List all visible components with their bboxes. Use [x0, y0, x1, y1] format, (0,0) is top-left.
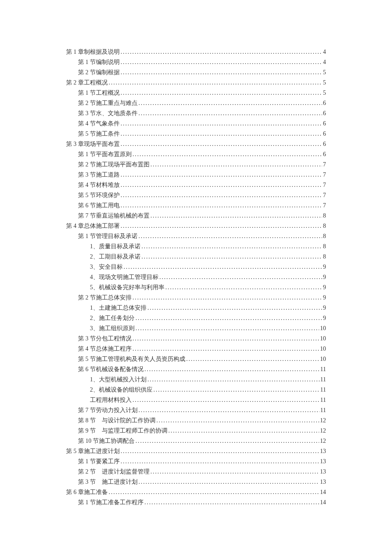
- toc-entry[interactable]: 第 10 节施工协调配合12: [66, 436, 326, 446]
- toc-entry-leader: [150, 467, 319, 477]
- toc-entry-page: 8: [323, 252, 326, 262]
- toc-entry[interactable]: 第 3 节分包工程情况10: [66, 334, 326, 344]
- toc-entry-label: 第 2 节 进度计划监督管理: [78, 467, 150, 477]
- toc-entry-page: 13: [320, 467, 326, 477]
- toc-entry-leader: [121, 170, 322, 180]
- toc-entry[interactable]: 第 2 节施工重点与难点6: [66, 98, 326, 108]
- toc-entry-page: 4: [323, 47, 326, 57]
- toc-entry[interactable]: 第 2 节 进度计划监督管理13: [66, 467, 326, 477]
- toc-entry[interactable]: 第 1 节施工准备工作程序14: [66, 497, 326, 508]
- toc-entry-leader: [186, 354, 319, 364]
- toc-entry-leader: [121, 88, 322, 98]
- toc-entry-page: 9: [323, 272, 326, 282]
- toc-entry[interactable]: 第 4 节材料堆放7: [66, 180, 326, 190]
- toc-entry-leader: [144, 497, 319, 508]
- toc-entry-page: 9: [323, 282, 326, 293]
- toc-entry-page: 12: [320, 436, 326, 446]
- toc-entry-page: 8: [323, 211, 326, 221]
- toc-entry-page: 5: [323, 78, 326, 88]
- toc-entry[interactable]: 第 1 节管理目标及承诺8: [66, 231, 326, 241]
- toc-entry[interactable]: 第 5 节施工条件6: [66, 129, 326, 139]
- toc-entry-label: 第 2 节施工重点与难点: [78, 98, 138, 108]
- toc-entry-page: 12: [320, 426, 326, 436]
- toc-entry-label: 第 1 节要紧工序: [78, 456, 120, 467]
- toc-entry-label: 第 10 节施工协调配合: [78, 436, 135, 446]
- toc-entry-page: 6: [323, 149, 326, 160]
- toc-entry[interactable]: 2、施工任务划分9: [66, 313, 326, 323]
- toc-entry-leader: [165, 282, 322, 293]
- toc-entry[interactable]: 第 2 节编制根据5: [66, 67, 326, 78]
- toc-entry-label: 2、施工任务划分: [90, 313, 135, 323]
- toc-entry[interactable]: 1、土建施工总体安排9: [66, 303, 326, 313]
- toc-entry-page: 10: [320, 354, 326, 364]
- toc-entry-leader: [121, 57, 322, 67]
- toc-entry[interactable]: 第 7 节劳动力投入计划11: [66, 405, 326, 416]
- toc-entry-page: 6: [323, 139, 326, 149]
- toc-entry[interactable]: 第 3 节施工道路7: [66, 170, 326, 180]
- toc-entry-label: 第 5 节施工管理机构及有关人员资历构成: [78, 354, 185, 364]
- toc-entry[interactable]: 工程用材料投入11: [66, 395, 326, 405]
- toc-entry[interactable]: 第 5 节环境保护7: [66, 190, 326, 200]
- toc-entry[interactable]: 第 6 节施工用电7: [66, 200, 326, 211]
- toc-entry[interactable]: 2、机械设备的组织供应11: [66, 385, 326, 395]
- toc-entry[interactable]: 第 6 节机械设备配备情况11: [66, 364, 326, 375]
- toc-entry[interactable]: 第 4 节气象条件6: [66, 119, 326, 129]
- toc-entry-leader: [133, 149, 322, 160]
- toc-entry-leader: [121, 221, 322, 231]
- toc-entry-page: 13: [320, 477, 326, 487]
- toc-entry-label: 2、工期目标及承诺: [90, 252, 141, 262]
- toc-entry-label: 第 2 节编制根据: [78, 67, 120, 78]
- toc-entry-label: 第 3 节 施工进度计划: [78, 477, 138, 487]
- toc-entry[interactable]: 第 7 节垂直运输机械的布置8: [66, 211, 326, 221]
- toc-entry-label: 第 6 节施工用电: [78, 200, 120, 211]
- toc-entry[interactable]: 1、质量目标及承诺8: [66, 241, 326, 252]
- toc-entry-page: 13: [320, 456, 326, 467]
- toc-entry-page: 11: [320, 395, 326, 405]
- toc-entry[interactable]: 3、施工组织原则10: [66, 323, 326, 334]
- toc-entry-label: 第 3 章现场平面布置: [66, 139, 120, 149]
- toc-entry-page: 14: [320, 487, 326, 497]
- toc-entry[interactable]: 3、安全目标9: [66, 262, 326, 272]
- toc-entry[interactable]: 第 1 节工程概况5: [66, 88, 326, 98]
- toc-entry[interactable]: 5、机械设备完好率与利用率9: [66, 282, 326, 293]
- toc-entry-label: 第 6 章施工准备: [66, 487, 108, 497]
- toc-entry[interactable]: 第 3 节水、文地质条件6: [66, 108, 326, 119]
- toc-entry-leader: [121, 190, 322, 200]
- toc-entry-leader: [135, 313, 322, 323]
- toc-entry[interactable]: 第 2 节施工总体安排9: [66, 293, 326, 303]
- toc-entry[interactable]: 第 2 章工程概况5: [66, 78, 326, 88]
- toc-entry-leader: [135, 436, 319, 446]
- toc-entry[interactable]: 4、现场文明施工管理目标9: [66, 272, 326, 282]
- toc-entry[interactable]: 第 6 章施工准备14: [66, 487, 326, 497]
- toc-entry[interactable]: 第 1 节编制说明4: [66, 57, 326, 67]
- toc-entry[interactable]: 2、工期目标及承诺8: [66, 252, 326, 262]
- toc-entry-leader: [150, 211, 322, 221]
- toc-entry-leader: [159, 272, 322, 282]
- toc-entry-label: 第 9 节 与监理工程师工作的协调: [78, 426, 167, 436]
- toc-entry[interactable]: 第 1 节要紧工序13: [66, 456, 326, 467]
- toc-entry[interactable]: 第 8 节 与设计院的工作协调12: [66, 416, 326, 426]
- toc-entry-label: 3、施工组织原则: [90, 323, 135, 334]
- toc-entry-leader: [121, 456, 319, 467]
- toc-entry[interactable]: 第 3 节 施工进度计划13: [66, 477, 326, 487]
- toc-entry[interactable]: 第 2 节施工现场平面布置图7: [66, 160, 326, 170]
- toc-entry[interactable]: 第 4 节总体施工程序10: [66, 344, 326, 354]
- toc-entry[interactable]: 第 9 节 与监理工程师工作的协调12: [66, 426, 326, 436]
- toc-entry-label: 1、土建施工总体安排: [90, 303, 147, 313]
- toc-entry[interactable]: 第 3 章现场平面布置6: [66, 139, 326, 149]
- toc-entry[interactable]: 第 1 节平面布置原则6: [66, 149, 326, 160]
- toc-entry-leader: [141, 241, 322, 252]
- toc-entry-label: 第 5 节环境保护: [78, 190, 120, 200]
- toc-entry[interactable]: 第 5 节施工管理机构及有关人员资历构成10: [66, 354, 326, 364]
- toc-entry[interactable]: 第 5 章施工进度计划13: [66, 446, 326, 456]
- toc-entry-label: 3、安全目标: [90, 262, 123, 272]
- toc-entry[interactable]: 1、大型机械投入计划11: [66, 375, 326, 385]
- toc-entry-label: 第 8 节 与设计院的工作协调: [78, 416, 156, 426]
- toc-entry-leader: [133, 334, 319, 344]
- toc-entry[interactable]: 第 1 章制根据及说明4: [66, 47, 326, 57]
- toc-entry-label: 5、机械设备完好率与利用率: [90, 282, 164, 293]
- toc-entry-leader: [121, 67, 322, 78]
- toc-entry[interactable]: 第 4 章总体施工部署8: [66, 221, 326, 231]
- toc-entry-leader: [121, 139, 322, 149]
- toc-entry-page: 6: [323, 129, 326, 139]
